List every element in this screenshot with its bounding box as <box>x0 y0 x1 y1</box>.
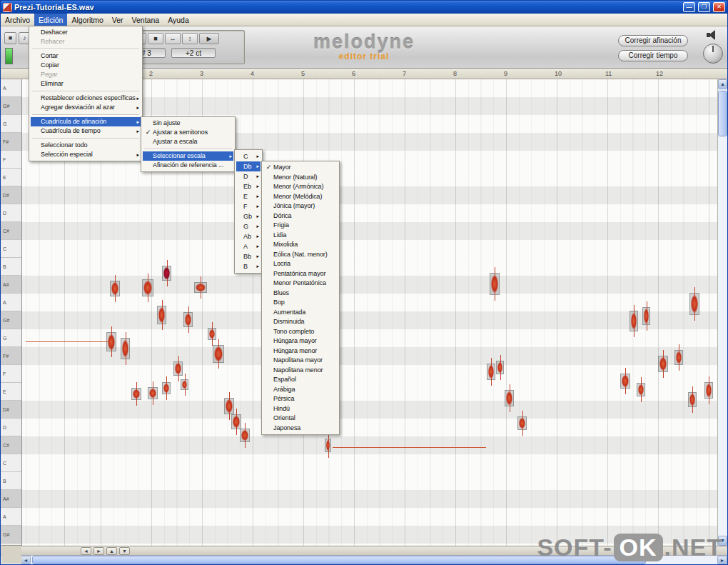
menu-item-hungara-menor[interactable]: Húngara menor <box>263 346 338 356</box>
piano-key-a[interactable]: A# <box>1 276 21 294</box>
menu-item-tono-completo[interactable]: Tono completo <box>263 327 338 337</box>
menu-item-a[interactable]: A▸ <box>236 241 261 251</box>
menubar-item-ventana[interactable]: Ventana <box>128 14 164 26</box>
menu-item-hindu[interactable]: Hindú <box>263 404 338 414</box>
note-blob[interactable] <box>148 387 158 399</box>
menubar-item-ver[interactable]: Ver <box>108 14 128 26</box>
note-blob[interactable] <box>704 382 713 399</box>
volume-knob[interactable] <box>703 44 723 64</box>
note-blob[interactable] <box>658 356 668 372</box>
menu-item-afinacion-de-referencia[interactable]: Afinación de referencia ... <box>143 161 233 170</box>
piano-key-f[interactable]: F# <box>1 347 21 365</box>
piano-key-g[interactable]: G <box>1 115 21 133</box>
note-blob[interactable] <box>162 266 171 281</box>
note-blob[interactable] <box>110 281 120 296</box>
correct-pitch-button[interactable]: Corregir afinación <box>618 35 688 46</box>
menu-item-e[interactable]: E▸ <box>236 191 261 201</box>
piano-key-c[interactable]: C# <box>1 222 21 240</box>
menubar-item-ayuda[interactable]: Ayuda <box>163 14 193 26</box>
menu-item-c[interactable]: C▸ <box>236 151 261 161</box>
note-blob[interactable] <box>208 328 216 340</box>
menu-item-blues[interactable]: Blues <box>263 289 338 299</box>
vertical-scrollbar[interactable]: ▲ ▼ <box>717 79 727 546</box>
menu-item-seleccion-especial[interactable]: Selección especial▸ <box>31 150 141 159</box>
menu-item-napolitana-mayor[interactable]: Napolitana mayor <box>263 356 338 366</box>
menu-item-menor-natural[interactable]: Menor (Natural) <box>263 173 338 183</box>
piano-key-e[interactable]: E <box>1 383 21 401</box>
title-bar[interactable]: Prezi-Tutorial-ES.wav — ❐ ✕ <box>1 1 727 14</box>
menu-item-rehacer[interactable]: Rehacer <box>31 37 141 46</box>
menu-item-seleccionar-escala[interactable]: Seleccionar escala▸ <box>143 151 233 161</box>
bottom-tool-button[interactable]: ◄ <box>81 547 91 555</box>
piano-key-d[interactable]: D <box>1 419 21 436</box>
note-blob[interactable] <box>121 338 130 359</box>
menu-item-locria[interactable]: Locria <box>263 259 338 269</box>
monitor-button[interactable]: ■ <box>4 32 16 44</box>
bottom-tool-button[interactable]: ▲ <box>106 547 117 555</box>
note-blob[interactable] <box>213 345 224 363</box>
note-blob[interactable] <box>162 382 171 394</box>
vscroll-track[interactable] <box>718 89 727 536</box>
menu-item-oriental[interactable]: Oriental <box>263 414 338 424</box>
menu-item-persica[interactable]: Pérsica <box>263 394 338 404</box>
menu-item-eolica-nat-menor[interactable]: Eólica (Nat. menor) <box>263 250 338 260</box>
menu-item-arabiga[interactable]: Arábiga <box>263 385 338 395</box>
piano-key-e[interactable]: E <box>1 169 21 186</box>
piano-key-c[interactable]: C <box>1 240 21 258</box>
piano-key-g[interactable]: G# <box>1 526 21 544</box>
menubar-item-edicion[interactable]: Edición <box>34 14 67 26</box>
note-blob[interactable] <box>630 311 638 331</box>
menu-item-gb[interactable]: Gb▸ <box>236 211 261 221</box>
note-blob[interactable] <box>131 388 141 400</box>
menu-item-frigia[interactable]: Frigia <box>263 221 338 231</box>
menu-item-bb[interactable]: Bb▸ <box>236 251 261 261</box>
menu-item-lidia[interactable]: Lidia <box>263 231 338 241</box>
menu-item-pentatonica-mayor[interactable]: Pentatónica mayor <box>263 269 338 279</box>
menu-item-agregar-desviacion-al-azar[interactable]: Agregar desviación al azar▸ <box>31 103 141 112</box>
menubar-item-algoritmo[interactable]: Algoritmo <box>67 14 107 26</box>
menubar-item-archivo[interactable]: Archivo <box>1 14 34 26</box>
piano-key-a[interactable]: A# <box>1 490 21 508</box>
piano-key-b[interactable]: B <box>1 258 21 276</box>
piano-key-f[interactable]: F <box>1 151 21 169</box>
piano-key-b[interactable]: B <box>1 472 21 490</box>
menu-item-d[interactable]: D▸ <box>236 171 261 181</box>
cursor-arrow-tool-icon[interactable]: ► <box>199 33 219 44</box>
piano-key-a[interactable]: A <box>1 508 21 526</box>
menu-item-g[interactable]: G▸ <box>236 221 261 231</box>
menu-item-menor-armonica[interactable]: Menor (Armónica) <box>263 182 338 192</box>
note-blob[interactable] <box>231 414 241 429</box>
menu-item-copiar[interactable]: Copiar <box>31 61 141 70</box>
menu-item-f[interactable]: F▸ <box>236 201 261 211</box>
note-blob[interactable] <box>181 379 188 390</box>
menu-item-menor-pentatonica[interactable]: Menor Pentatónica <box>263 279 338 289</box>
piano-key-g[interactable]: G <box>1 329 21 347</box>
note-blob[interactable] <box>674 350 683 365</box>
note-blob[interactable] <box>517 416 527 430</box>
note-blob[interactable] <box>142 279 153 296</box>
menu-item-eb[interactable]: Eb▸ <box>236 181 261 191</box>
note-separation-tool-icon[interactable]: ↕ <box>182 33 198 44</box>
menu-item-mixolidia[interactable]: Mixolidia <box>263 240 338 250</box>
note-blob[interactable] <box>183 312 193 327</box>
cents-readout[interactable]: +2 ct <box>171 48 216 58</box>
menu-item-pegar[interactable]: Pegar <box>31 70 141 79</box>
note-blob[interactable] <box>487 364 495 380</box>
menu-item-disminuida[interactable]: Disminuida <box>263 317 338 327</box>
note-blob[interactable] <box>620 374 630 389</box>
menu-item-hungara-mayor[interactable]: Húngara mayor <box>263 336 338 346</box>
menu-item-cuadricula-de-afinacion[interactable]: Cuadrícula de afinación▸ <box>31 117 141 126</box>
menu-item-japonesa[interactable]: Japonesa <box>263 424 338 434</box>
bottom-tool-button[interactable]: ▼ <box>119 547 130 555</box>
close-button[interactable]: ✕ <box>713 2 725 12</box>
menu-item-seleccionar-todo[interactable]: Seleccionar todo <box>31 141 141 150</box>
menu-item-eliminar[interactable]: Eliminar <box>31 79 141 89</box>
piano-key-g[interactable]: G# <box>1 311 21 329</box>
piano-key-g[interactable]: G# <box>1 97 21 115</box>
menu-item-menor-melodica[interactable]: Menor (Melódica) <box>263 192 338 202</box>
speaker-icon[interactable] <box>706 30 719 40</box>
note-blob[interactable] <box>505 390 514 406</box>
menu-item-dorica[interactable]: Dórica <box>263 211 338 221</box>
piano-key-d[interactable]: D <box>1 204 21 222</box>
menu-item-sin-ajuste[interactable]: Sin ajuste <box>143 119 233 128</box>
